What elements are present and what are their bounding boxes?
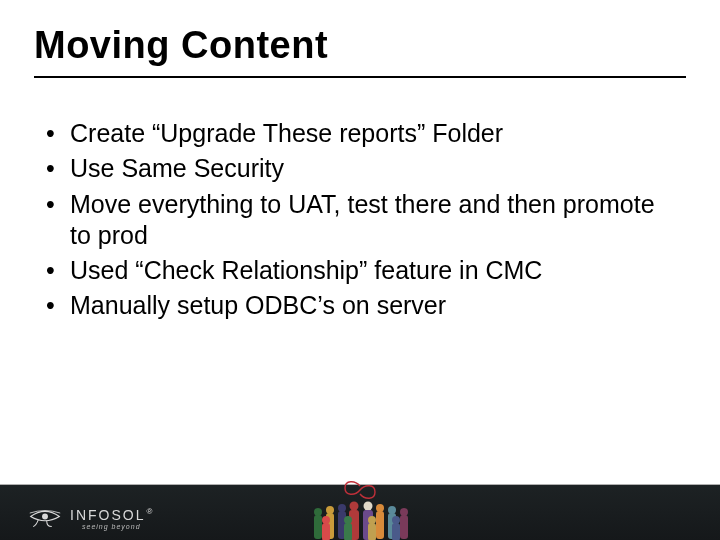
logo-name-text: INFOSOL (70, 507, 145, 523)
svg-point-9 (364, 502, 373, 511)
svg-rect-20 (344, 523, 352, 540)
svg-point-11 (376, 504, 384, 512)
list-item: Create “Upgrade These reports” Folder (42, 118, 680, 149)
svg-rect-22 (368, 523, 376, 540)
list-item: Use Same Security (42, 153, 680, 184)
svg-point-19 (344, 516, 352, 524)
svg-point-15 (400, 508, 408, 516)
eye-of-horus-icon (28, 508, 62, 530)
svg-rect-16 (400, 515, 408, 539)
logo-text-block: INFOSOL® seeing beyond (70, 508, 154, 530)
content-area: Create “Upgrade These reports” Folder Us… (42, 118, 680, 326)
svg-point-13 (388, 506, 396, 514)
svg-point-21 (368, 516, 376, 524)
list-item: Move everything to UAT, test there and t… (42, 189, 680, 252)
list-item: Used “Check Relationship” feature in CMC (42, 255, 680, 286)
title-underline (34, 76, 686, 78)
list-item: Manually setup ODBC’s on server (42, 290, 680, 321)
crowd-illustration-icon (300, 480, 420, 540)
bullet-list: Create “Upgrade These reports” Folder Us… (42, 118, 680, 322)
svg-point-3 (326, 506, 334, 514)
infosol-logo: INFOSOL® seeing beyond (28, 508, 154, 530)
svg-rect-12 (376, 511, 384, 539)
svg-point-23 (392, 516, 400, 524)
svg-point-7 (350, 502, 359, 511)
slide-title: Moving Content (34, 24, 328, 67)
logo-name: INFOSOL® (70, 508, 154, 522)
svg-rect-24 (392, 523, 400, 540)
svg-point-5 (338, 504, 346, 512)
svg-point-0 (42, 514, 48, 520)
svg-rect-18 (322, 523, 330, 540)
logo-tagline: seeing beyond (70, 523, 154, 530)
svg-point-17 (322, 516, 330, 524)
slide: Moving Content Create “Upgrade These rep… (0, 0, 720, 540)
footer-bar: INFOSOL® seeing beyond (0, 484, 720, 540)
registered-mark: ® (146, 507, 154, 516)
svg-rect-2 (314, 515, 322, 539)
svg-point-1 (314, 508, 322, 516)
